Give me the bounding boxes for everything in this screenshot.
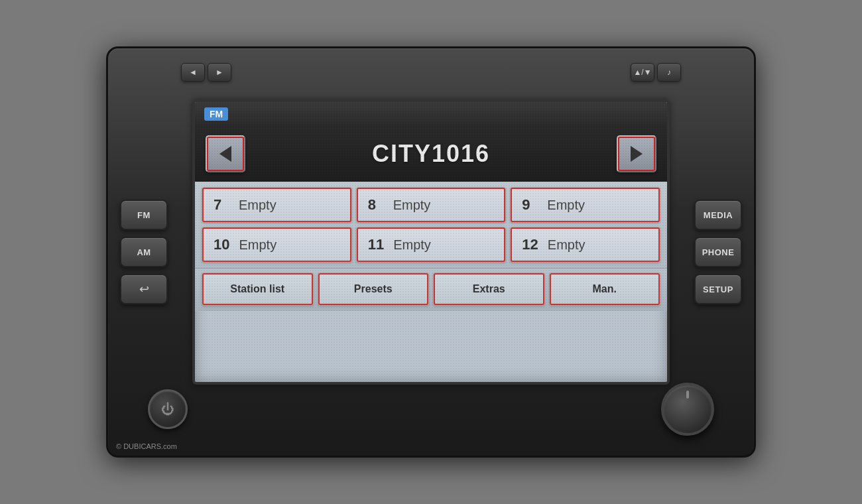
eject-button[interactable]: ▲/▼ (631, 63, 654, 82)
left-controls: FM AM ↩ (120, 200, 168, 304)
top-left-buttons: ◄ ► (181, 63, 231, 82)
watermark: © DUBICARS.com (116, 442, 177, 450)
fm-button[interactable]: FM (120, 200, 168, 230)
preset-11-button[interactable]: 11 Empty (356, 227, 507, 263)
preset-9-number: 9 (522, 196, 538, 214)
station-name: CITY1016 (252, 140, 610, 168)
preset-9-label: Empty (547, 198, 585, 213)
preset-7-button[interactable]: 7 Empty (202, 187, 352, 223)
preset-7-label: Empty (239, 198, 277, 213)
head-unit: ◄ ► ▲/▼ ♪ FM AM ↩ FM CITY1016 7 Empty (106, 46, 756, 458)
manual-button[interactable]: Man. (549, 273, 661, 306)
preset-7-number: 7 (214, 196, 229, 214)
preset-grid: 7 Empty 8 Empty 9 Empty 10 Empty 11 Empt… (195, 182, 667, 268)
next-station-button[interactable] (617, 135, 656, 172)
preset-12-label: Empty (548, 237, 585, 253)
presets-button[interactable]: Presets (318, 273, 430, 306)
volume-knob[interactable] (661, 383, 714, 436)
main-screen: FM CITY1016 7 Empty 8 Empty 9 Empty 10 (192, 99, 670, 385)
preset-10-label: Empty (239, 237, 277, 253)
preset-11-label: Empty (393, 237, 431, 253)
preset-8-number: 8 (368, 196, 384, 214)
top-strip: ◄ ► ▲/▼ ♪ (181, 63, 681, 82)
power-button[interactable]: ⏻ (148, 389, 188, 429)
preset-10-button[interactable]: 10 Empty (202, 227, 352, 263)
media-button[interactable]: MEDIA (694, 200, 742, 230)
preset-9-button[interactable]: 9 Empty (510, 187, 660, 223)
skip-back-button[interactable]: ◄ (181, 63, 205, 82)
skip-forward-button[interactable]: ► (208, 63, 231, 82)
am-button[interactable]: AM (120, 237, 168, 267)
preset-12-number: 12 (522, 236, 538, 253)
prev-station-button[interactable] (206, 135, 245, 172)
station-list-button[interactable]: Station list (202, 273, 314, 306)
phone-button[interactable]: PHONE (694, 237, 742, 267)
preset-10-number: 10 (214, 236, 229, 253)
bottom-controls: ⏻ (148, 383, 714, 436)
extras-button[interactable]: Extras (433, 273, 545, 306)
right-controls: MEDIA PHONE SETUP (694, 200, 742, 304)
function-row: Station list Presets Extras Man. (195, 268, 667, 311)
preset-8-label: Empty (393, 198, 431, 213)
mode-badge: FM (204, 107, 228, 121)
preset-12-button[interactable]: 12 Empty (510, 227, 660, 263)
back-icon-button[interactable]: ↩ (120, 274, 168, 304)
preset-8-button[interactable]: 8 Empty (356, 187, 507, 223)
screen-header: FM (195, 102, 667, 126)
preset-11-number: 11 (368, 236, 384, 253)
media-icon-button[interactable]: ♪ (657, 63, 681, 82)
setup-button[interactable]: SETUP (694, 274, 742, 304)
top-right-buttons: ▲/▼ ♪ (631, 63, 681, 82)
now-playing-bar: CITY1016 (195, 126, 667, 182)
